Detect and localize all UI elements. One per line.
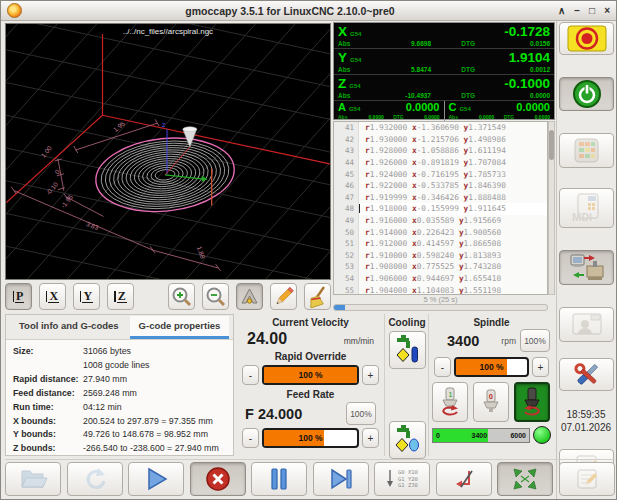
user-icon <box>571 312 603 338</box>
flood-button[interactable] <box>389 421 426 459</box>
rapid-minus-button[interactable]: - <box>242 365 259 385</box>
info-notebook: Tool info and G-codes G-code properties … <box>5 314 234 456</box>
dro-axis-a[interactable]: AG540.0000Abs0.0000DTG0.0000 <box>334 101 445 122</box>
current-velocity-title: Current Velocity <box>237 314 384 328</box>
dro-axis-z[interactable]: ZG54-0.1000Abs-10.4937DTG0.0000 <box>334 75 554 101</box>
view-z-button[interactable]: Z <box>107 283 134 310</box>
pause-program-button[interactable] <box>251 462 307 496</box>
titlebar[interactable]: gmoccapy 3.5.1 for LinuxCNC 2.10.0~pre0 … <box>1 1 616 21</box>
mist-icon <box>392 334 422 366</box>
gcode-line[interactable]: 54r1.906000 x0.944697 y1.655410 <box>334 273 547 285</box>
gcode-line[interactable]: 53r1.908000 x0.775525 y1.743280 <box>334 261 547 273</box>
window-title: gmoccapy 3.5.1 for LinuxCNC 2.10.0~pre0 <box>22 5 558 17</box>
pause-icon <box>266 466 292 492</box>
maximize-button[interactable]: □ <box>589 4 595 17</box>
tab-gcode-properties[interactable]: G-code properties <box>130 316 230 339</box>
gcode-line[interactable]: 46r1.922000 x-0.533785 y1.846390 <box>334 180 547 192</box>
gcode-line[interactable]: 45r1.924000 x-0.716195 y1.785733 <box>334 168 547 180</box>
run-from-line-button[interactable]: G0 X10 G1 Y20 G1 Z30 <box>374 462 430 496</box>
edit-icon <box>574 467 600 491</box>
gcode-line[interactable]: 48r1.918000 x-0.155999 y1.911645 <box>334 203 547 215</box>
rapid-override-trough[interactable]: 100 % <box>262 365 359 385</box>
estop-button[interactable] <box>559 22 614 55</box>
spindle-plus-button[interactable]: + <box>532 357 549 377</box>
gremlin-preview[interactable]: Z 1.000-0.10-1.951.953.831.88 ../../nc_f… <box>5 23 331 280</box>
gcode-line[interactable]: 52r1.910000 x0.598240 y1.813893 <box>334 250 547 262</box>
spindle-ccw-button[interactable]: 1 <box>432 382 468 422</box>
zoom-out-button[interactable] <box>202 283 229 310</box>
gcode-scrollbar[interactable] <box>548 121 555 295</box>
spindle-reset-button[interactable]: 100% <box>520 329 550 352</box>
dimensions-tool-icon <box>238 285 261 308</box>
dro-axis-y[interactable]: YG541.9104Abs5.8474DTG0.0012 <box>334 49 554 75</box>
edit-offsets-button[interactable] <box>270 283 297 310</box>
pencil-icon <box>272 285 295 308</box>
fullsize-preview-button[interactable] <box>497 462 553 496</box>
tools-icon <box>571 361 603 389</box>
gcode-line[interactable]: 49r1.916000 x0.035589 y1.915669 <box>334 215 547 227</box>
feed-plus-button[interactable]: + <box>362 428 379 448</box>
info-row: Y bounds:49.726 to 148.678 = 98.952 mm <box>13 428 226 442</box>
close-button[interactable]: × <box>604 4 610 17</box>
shade-button[interactable]: ∧ <box>558 4 565 17</box>
view-y-button[interactable]: Y <box>73 283 100 310</box>
setup-user-button[interactable] <box>559 307 614 342</box>
spindle-cw-button[interactable] <box>514 382 550 422</box>
reload-icon <box>82 466 108 492</box>
info-tabs: Tool info and G-codes G-code properties <box>6 315 233 340</box>
view-x-button[interactable]: X <box>39 283 66 310</box>
spindle-bar-min: 0 <box>436 429 440 442</box>
gcode-line[interactable]: 41r1.932000 x-1.360690 y1.371549 <box>334 122 547 134</box>
manual-mode-button[interactable] <box>559 133 614 168</box>
edit-gcode-button[interactable] <box>559 462 615 496</box>
reload-file-button[interactable] <box>67 462 123 496</box>
gcode-line[interactable]: 55r1.904000 x1.104083 y1.551198 <box>334 284 547 295</box>
run-from-line-icon-text: G0 X10 G1 Y20 G1 Z30 <box>398 469 418 489</box>
gcode-scrollbar-thumb[interactable] <box>549 130 554 160</box>
step-program-button[interactable] <box>313 462 369 496</box>
settings-button[interactable] <box>559 358 614 391</box>
open-file-button[interactable] <box>5 462 61 496</box>
run-program-button[interactable] <box>128 462 184 496</box>
dro-axis-x[interactable]: XG54-0.1728Abs9.6698DTG0.0156 <box>334 23 554 49</box>
gcode-line[interactable]: 44r1.926000 x-0.891819 y1.707084 <box>334 157 547 169</box>
estop-icon <box>565 25 609 52</box>
toggle-dimensions-button[interactable] <box>236 283 263 310</box>
info-row: Rapid distance:27.940 mm <box>13 373 226 387</box>
machine-on-button[interactable] <box>559 77 614 111</box>
feed-minus-button[interactable]: - <box>242 428 259 448</box>
cooling-title: Cooling <box>386 314 428 328</box>
feed-override-slider: - 100 % + <box>237 425 384 449</box>
clear-plot-button[interactable] <box>304 283 331 310</box>
auto-mode-button[interactable] <box>559 250 614 285</box>
zoom-in-button[interactable] <box>168 283 195 310</box>
gcode-line[interactable]: 50r1.914000 x0.226423 y1.900560 <box>334 226 547 238</box>
spindle-bar-current: 3400 <box>472 429 488 442</box>
gcode-listing[interactable]: 41r1.932000 x-1.360690 y1.37154942r1.930… <box>333 121 548 295</box>
feed-override-trough[interactable]: 100 % <box>262 428 359 448</box>
optional-block-button[interactable] <box>436 462 492 496</box>
spindle-at-speed-led <box>533 426 551 444</box>
spindle-rpm-unit: rpm <box>501 336 516 346</box>
gcode-line[interactable]: 43r1.928000 x-1.058886 y1.611194 <box>334 145 547 157</box>
app-logo-icon <box>7 3 22 18</box>
gcode-line[interactable]: 42r1.930000 x-1.215706 y1.498986 <box>334 134 547 146</box>
feed-reset-button[interactable]: 100% <box>346 402 376 425</box>
dro-panel: XG54-0.1728Abs9.6698DTG0.0156YG541.9104A… <box>333 22 555 120</box>
current-velocity-unit: mm/min <box>344 336 374 346</box>
spindle-override-trough[interactable]: 100 % <box>454 357 529 377</box>
mdi-mode-button[interactable]: MDI <box>559 188 614 228</box>
minimize-button[interactable]: − <box>574 4 580 17</box>
svg-text:-1.95: -1.95 <box>59 193 74 209</box>
info-row: 1008 gcode lines <box>13 359 226 373</box>
stop-program-button[interactable] <box>190 462 246 496</box>
spindle-minus-button[interactable]: - <box>434 357 451 377</box>
tab-tool-info[interactable]: Tool info and G-codes <box>10 316 128 339</box>
view-p-button[interactable]: P <box>5 283 32 310</box>
gcode-line[interactable]: 51r1.912000 x0.414597 y1.866508 <box>334 238 547 250</box>
dro-axis-c[interactable]: CG540.0000Abs0.0000DTG0.0000 <box>445 101 555 122</box>
mist-button[interactable] <box>389 331 426 369</box>
spindle-stop-button[interactable]: 0 <box>473 382 509 422</box>
rapid-plus-button[interactable]: + <box>362 365 379 385</box>
gcode-line[interactable]: 47r1.919999 x-0.346426 y1.888488 <box>334 192 547 204</box>
